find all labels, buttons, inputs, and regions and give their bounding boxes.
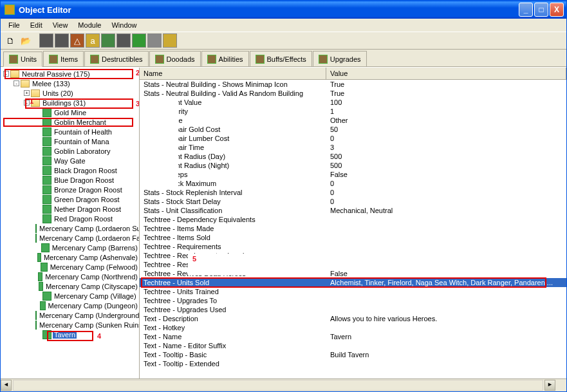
property-list[interactable]: 5 Stats - Neutral Building - Shows Minim… — [140, 80, 566, 378]
tree-item[interactable]: -Neutral Passive (175) — [1, 69, 139, 79]
menu-window[interactable]: Window — [106, 20, 142, 30]
tab-items[interactable]: Items — [43, 51, 84, 66]
property-row[interactable]: Techtree - Requirements — [140, 242, 566, 251]
property-row[interactable]: Text - Name - Editor Suffix — [140, 341, 566, 350]
tree-item[interactable]: Green Dragon Roost — [1, 194, 139, 204]
maximize-button[interactable]: □ — [534, 3, 548, 17]
property-row[interactable]: Stats - Priority1 — [140, 107, 566, 116]
property-row[interactable]: Stats - Repair Time3 — [140, 143, 566, 152]
scroll-right-button[interactable]: ► — [544, 380, 555, 391]
menu-module[interactable]: Module — [73, 20, 106, 30]
property-row[interactable]: Text - DescriptionAllows you to hire var… — [140, 314, 566, 323]
property-row[interactable]: Text - Tooltip - BasicBuild Tavern — [140, 350, 566, 359]
tree-label: Mercenary Camp (Dungeon) — [47, 302, 139, 310]
tab-doodads[interactable]: Doodads — [149, 51, 201, 66]
property-row[interactable]: Techtree - Revives Dead HeroesFalse — [140, 269, 566, 278]
property-row[interactable]: Stats - SleepsFalse — [140, 170, 566, 179]
tree-item[interactable]: Mercenary Camp (Barrens) — [1, 243, 139, 252]
tab-destructibles[interactable]: Destructibles — [84, 51, 149, 66]
tree-item[interactable]: Nether Dragon Roost — [1, 204, 139, 214]
toolbar-icon-3[interactable]: △ — [70, 33, 84, 48]
property-row[interactable]: Stats - Sight Radius (Night)500 — [140, 161, 566, 170]
tree-item[interactable]: Blue Dragon Roost — [1, 175, 139, 185]
tree-item[interactable]: Bronze Dragon Roost — [1, 185, 139, 194]
property-row[interactable]: Stats - Unit ClassificationMechanical, N… — [140, 206, 566, 215]
horizontal-scrollbar[interactable] — [13, 380, 543, 391]
tree-item[interactable]: Mercenary Camp (Dungeon) — [1, 301, 139, 310]
tree-item[interactable]: Goblin Merchant — [1, 117, 139, 127]
col-value[interactable]: Value — [326, 68, 566, 79]
expand-icon[interactable]: - — [24, 100, 30, 106]
tab-buffs[interactable]: Buffs/Effects — [250, 51, 312, 66]
property-row[interactable]: Techtree - Upgrades To — [140, 296, 566, 305]
tree-panel[interactable]: -Neutral Passive (175)-Melee (133)+Units… — [1, 68, 140, 378]
property-row[interactable]: Stats - Stock Replenish Interval0 — [140, 188, 566, 197]
expand-icon[interactable]: + — [24, 90, 30, 96]
menu-file[interactable]: File — [3, 20, 25, 30]
toolbar-icon-2[interactable] — [55, 33, 69, 48]
tree-item[interactable]: -Melee (133) — [1, 79, 139, 88]
tab-upgrades[interactable]: Upgrades — [313, 51, 367, 66]
tree-item[interactable]: Way Gate — [1, 156, 139, 165]
property-row[interactable]: Stats - Repair Lumber Cost0 — [140, 134, 566, 143]
tree-item[interactable]: -Buildings (31) — [1, 98, 139, 107]
tree-item[interactable]: +Units (20) — [1, 88, 139, 98]
tree-item[interactable]: Mercenary Camp (Village) — [1, 291, 139, 301]
tree-item[interactable]: Mercenary Camp (Northrend) — [1, 272, 139, 281]
expand-icon[interactable]: - — [3, 71, 9, 77]
property-row[interactable]: Stats - RaceOther — [140, 116, 566, 125]
new-button[interactable]: 🗋 — [3, 33, 17, 48]
tree-item[interactable]: Tavern — [1, 330, 139, 339]
scroll-left-button[interactable]: ◄ — [1, 380, 12, 391]
open-button[interactable]: 📂 — [19, 33, 33, 48]
property-row[interactable]: Stats - Stock Start Delay0 — [140, 197, 566, 206]
tab-abilities[interactable]: Abilities — [201, 51, 249, 66]
toolbar-icon-8[interactable] — [147, 33, 162, 48]
menu-edit[interactable]: Edit — [25, 20, 48, 30]
toolbar-icon-5[interactable] — [101, 33, 115, 48]
tab-units[interactable]: Units — [3, 51, 42, 67]
tree-item[interactable]: Fountain of Health — [1, 127, 139, 136]
tree-item[interactable]: Mercenary Camp (Ashenvale) — [1, 252, 139, 262]
property-row[interactable]: Stats - Stock Maximum0 — [140, 179, 566, 188]
property-row[interactable]: Techtree - Dependency Equivalents — [140, 215, 566, 224]
property-row[interactable]: Techtree - Requirements - Levels — [140, 251, 566, 260]
close-button[interactable]: X — [550, 3, 564, 17]
toolbar-icon-7[interactable] — [132, 33, 146, 48]
property-row[interactable]: Techtree - Researches Available — [140, 260, 566, 269]
col-name[interactable]: Name — [140, 68, 326, 79]
toolbar-icon-9[interactable] — [163, 33, 177, 48]
property-row[interactable]: Stats - Repair Gold Cost50 — [140, 125, 566, 134]
tree-item[interactable]: Gold Mine — [1, 107, 139, 117]
tree-item[interactable]: Mercenary Camp (Sunken Ruins) — [1, 320, 139, 330]
property-row[interactable]: Techtree - Items Sold — [140, 233, 566, 242]
property-row[interactable]: Stats - Point Value100 — [140, 98, 566, 107]
property-row[interactable]: Stats - Sight Radius (Day)500 — [140, 152, 566, 161]
property-row[interactable]: Techtree - Items Made — [140, 224, 566, 233]
property-row[interactable]: Stats - Neutral Building - Shows Minimap… — [140, 80, 566, 89]
menu-view[interactable]: View — [48, 20, 73, 30]
property-row[interactable]: Techtree - Units Trained — [140, 287, 566, 296]
expand-icon[interactable]: - — [14, 80, 19, 86]
tree-item[interactable]: Mercenary Camp (Lordaeron Fall) — [1, 233, 139, 243]
tree-item[interactable]: Mercenary Camp (Felwood) — [1, 262, 139, 272]
unit-icon — [42, 214, 51, 223]
unit-icon — [37, 253, 41, 262]
tree-item[interactable]: Mercenary Camp (Cityscape) — [1, 281, 139, 291]
property-row[interactable]: Techtree - Upgrades Used — [140, 305, 566, 314]
tree-item[interactable]: Mercenary Camp (Underground) — [1, 310, 139, 320]
property-row[interactable]: Text - NameTavern — [140, 332, 566, 341]
toolbar-icon-4[interactable]: a — [86, 33, 100, 48]
property-row[interactable]: Text - Tooltip - Extended — [140, 359, 566, 368]
tree-item[interactable]: Red Dragon Roost — [1, 214, 139, 223]
toolbar-icon-1[interactable] — [39, 33, 53, 48]
tree-item[interactable]: Fountain of Mana — [1, 136, 139, 146]
toolbar-icon-6[interactable] — [116, 33, 131, 48]
property-row[interactable]: Techtree - Units SoldAlchemist, Tinker, … — [140, 278, 566, 287]
tree-item[interactable]: Goblin Laboratory — [1, 146, 139, 156]
tree-item[interactable]: Black Dragon Roost — [1, 165, 139, 175]
minimize-button[interactable]: _ — [519, 3, 533, 17]
tree-item[interactable]: Mercenary Camp (Lordaeron Summer) — [1, 223, 139, 233]
property-row[interactable]: Text - Hotkey — [140, 323, 566, 332]
property-row[interactable]: Stats - Neutral Building - Valid As Rand… — [140, 89, 566, 98]
